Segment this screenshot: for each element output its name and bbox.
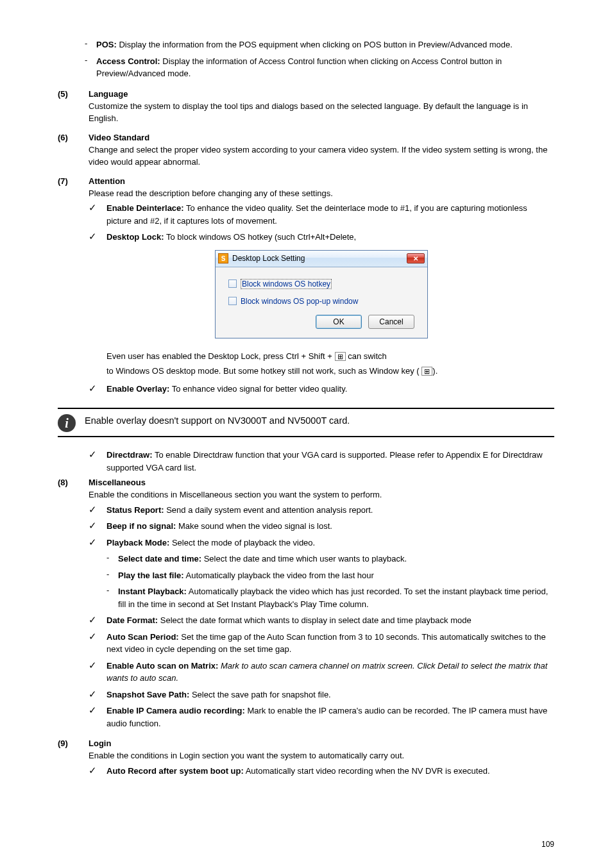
desktop-lock-note2: to Windows OS desktop mode. But some hot… (106, 365, 554, 378)
check-icon: ✓ (89, 383, 106, 396)
check-text-matrix-scan: Enable Auto scan on Matrix: Mark to auto… (106, 660, 554, 685)
item-num-9: (9) (58, 739, 89, 781)
check-text-beep: Beep if no signal: Make sound when the v… (106, 520, 554, 533)
info-text: Enable overlay doesn't support on NV3000… (85, 413, 554, 428)
check-icon: ✓ (89, 537, 106, 549)
check-text-snapshot-path: Snapshot Save Path: Select the save path… (106, 689, 554, 701)
hotkey-key-icon: ⊞ (335, 352, 346, 361)
check-icon: ✓ (89, 231, 106, 244)
item-title-login: Login (89, 739, 554, 748)
dash-text-instant-playback: Instant Playback: Automatically playback… (118, 585, 554, 610)
check-text-date-format: Date Format: Select the date format whic… (106, 614, 554, 627)
dash-bullet: - (106, 553, 118, 565)
dash-text-pos: POS: Display the information from the PO… (96, 38, 554, 51)
hotkey-key-icon: ⊞ (421, 367, 432, 376)
info-icon: i (58, 414, 76, 432)
desktop-lock-note1: Even user has enabled the Desktop Lock, … (106, 350, 554, 363)
item-num-6: (6) (58, 133, 89, 171)
check-text-directdraw: Directdraw: To enable Directdraw functio… (106, 449, 554, 474)
item-num-7: (7) (58, 176, 89, 399)
check-icon: ✓ (89, 660, 106, 685)
item-title-attention: Attention (89, 176, 554, 186)
checkbox-icon (228, 297, 237, 305)
item-title-video-std: Video Standard (89, 133, 554, 142)
item-desc-video-std: Change and select the proper video syste… (89, 144, 554, 169)
check-text-playback-mode: Playback Mode: Select the mode of playba… (106, 537, 554, 549)
dash-text-play-last: Play the last file: Automatically playba… (118, 569, 554, 582)
dash-text-select-date: Select date and time: Select the date an… (118, 553, 554, 565)
dash-bullet: - (85, 38, 96, 51)
check-text-deinterlace: Enable Deinterlace: To enhance the video… (106, 202, 554, 227)
ok-button[interactable]: OK (316, 315, 362, 329)
dash-bullet: - (85, 55, 96, 80)
item-title-misc: Miscellaneous (89, 478, 554, 487)
item-desc-attention: Please read the description before chang… (89, 187, 554, 200)
check-icon: ✓ (89, 504, 106, 517)
info-callout: i Enable overlay doesn't support on NV30… (58, 408, 554, 437)
check-text-desktop-lock: Desktop Lock: To block windows OS hotkey… (106, 231, 554, 244)
dialog-title: Desktop Lock Setting (232, 254, 407, 263)
dialog-titlebar: S Desktop Lock Setting ✕ (216, 251, 427, 267)
item-desc-language: Customize the system to display the tool… (89, 100, 554, 125)
checkbox-block-hotkey[interactable]: Block windows OS hotkey (228, 279, 414, 289)
checkbox-label-popup: Block windows OS pop-up window (241, 297, 358, 306)
check-icon: ✓ (89, 614, 106, 627)
check-icon: ✓ (89, 520, 106, 533)
check-text-status-report: Status Report: Send a daily system event… (106, 504, 554, 517)
cancel-button[interactable]: Cancel (368, 315, 414, 329)
checkbox-icon (228, 280, 237, 288)
check-icon: ✓ (89, 689, 106, 701)
check-text-auto-record: Auto Record after system boot up: Automa… (106, 765, 554, 778)
check-text-overlay: Enable Overlay: To enhance video signal … (106, 383, 554, 396)
check-text-ipcam-audio: Enable IP Camera audio recording: Mark t… (106, 705, 554, 730)
item-num-5: (5) (58, 89, 89, 128)
check-icon: ✓ (89, 202, 106, 227)
item-title-language: Language (89, 89, 554, 99)
dialog-app-icon: S (218, 253, 228, 263)
dash-bullet: - (106, 585, 118, 610)
desktop-lock-dialog: S Desktop Lock Setting ✕ Block windows O… (215, 250, 428, 338)
check-icon: ✓ (89, 765, 106, 778)
check-icon: ✓ (89, 449, 106, 474)
item-desc-login: Enable the conditions in Login section y… (89, 749, 554, 762)
check-icon: ✓ (89, 631, 106, 656)
item-desc-misc: Enable the conditions in Miscellaneous s… (89, 488, 554, 501)
check-icon: ✓ (89, 705, 106, 730)
checkbox-block-popup[interactable]: Block windows OS pop-up window (228, 297, 414, 306)
checkbox-label-hotkey: Block windows OS hotkey (241, 279, 332, 289)
check-text-auto-scan: Auto Scan Period: Set the time gap of th… (106, 631, 554, 656)
item-num-8: (8) (58, 478, 89, 733)
page-number: 109 (541, 840, 554, 849)
dash-text-access: Access Control: Display the information … (96, 55, 554, 80)
dash-bullet: - (106, 569, 118, 582)
close-icon[interactable]: ✕ (407, 253, 425, 263)
